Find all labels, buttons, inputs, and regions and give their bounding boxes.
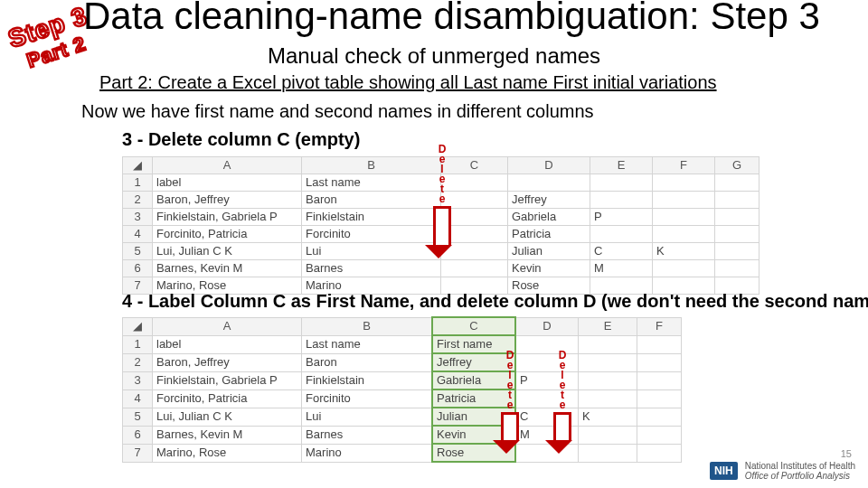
page-number: 15 (841, 448, 852, 459)
table-row: 6Barnes, Kevin MBarnesKevinM (123, 426, 682, 444)
part-line: Part 2: Create a Excel pivot table showi… (99, 72, 717, 93)
table-row: 3Finkielstain, Gabriela PFinkielstainGab… (123, 371, 682, 389)
table-row: 5Lui, Julian C KLuiJulianCK (123, 408, 682, 426)
col-F: F (653, 157, 715, 174)
col-B: B (302, 157, 441, 174)
delete-label: D e l e t e (432, 145, 452, 204)
col-A: A (153, 317, 302, 335)
col-A: A (153, 157, 302, 174)
col-G: G (715, 157, 760, 174)
footer-text: National Institutes of Health Office of … (745, 461, 855, 481)
delete-arrow-3: D e l e t e (552, 351, 572, 454)
table-row: 7Marino, RoseMarinoRose (123, 444, 682, 462)
nih-logo: NIH (710, 462, 738, 480)
delete-label: D e l e t e (552, 351, 572, 410)
table-row: 4Forcinito, PatriciaForcinitoPatricia (123, 389, 682, 408)
excel-grid-after: ◢ A B C D E F 1labelLast nameFirst name2… (122, 316, 682, 463)
col-C-selected: C (432, 317, 515, 335)
corner-cell: ◢ (123, 317, 153, 335)
col-E: E (590, 157, 653, 174)
table-row: 2Baron, JeffreyBaronJeffrey (123, 353, 682, 371)
delete-label: D e l e t e (500, 351, 520, 410)
corner-cell: ◢ (123, 157, 153, 174)
delete-arrow-1: D e l e t e (432, 145, 452, 258)
delete-arrow-2: D e l e t e (500, 351, 520, 454)
table-row: 1labelLast nameFirst name (123, 335, 682, 353)
step4-label: 4 - Label Column C as First Name, and de… (122, 291, 868, 312)
slide-title: Data cleaning-name disambiguation: Step … (83, 0, 820, 38)
header-row: ◢ A B C D E F (123, 317, 682, 335)
table-row: 6Barnes, Kevin MBarnesKevinM (123, 260, 760, 277)
col-D: D (515, 317, 579, 335)
col-F: F (637, 317, 682, 335)
slide-subtitle: Manual check of unmerged names (0, 43, 868, 69)
col-B: B (302, 317, 433, 335)
now-line: Now we have first name and second names … (81, 101, 594, 122)
col-E: E (579, 317, 637, 335)
footer: NIH National Institutes of Health Office… (710, 461, 855, 481)
col-D: D (508, 157, 590, 174)
step3-label: 3 - Delete column C (empty) (122, 129, 360, 150)
